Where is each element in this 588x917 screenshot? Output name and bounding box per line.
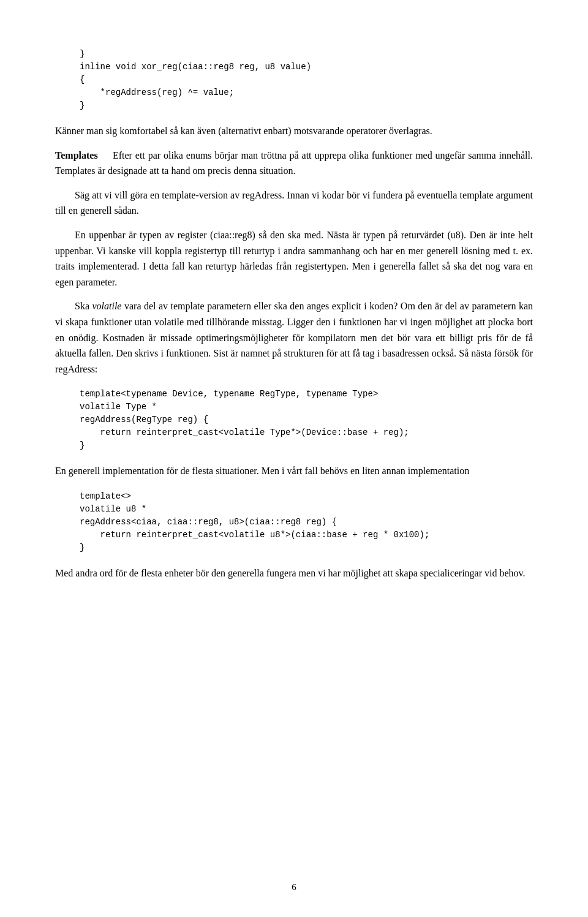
paragraph-sag-att: Säg att vi vill göra en template-version… — [55, 187, 533, 219]
paragraph-ska-volatile: Ska volatile vara del av template parame… — [55, 298, 533, 377]
templates-heading: Templates — [55, 150, 98, 160]
page-number: 6 — [0, 882, 588, 892]
page: } inline void xor_reg(ciaa::reg8 reg, u8… — [0, 0, 588, 917]
paragraph-med-andra-ord: Med andra ord för de flesta enheter bör … — [55, 565, 533, 581]
code-block-top: } inline void xor_reg(ciaa::reg8 reg, u8… — [80, 48, 533, 112]
paragraph-templates-intro: Templates Efter ett par olika enums börj… — [55, 148, 533, 179]
code-block-bottom: template<> volatile u8 * regAddress<ciaa… — [80, 490, 533, 554]
paragraph-en-generell: En generell implementation för de flesta… — [55, 463, 533, 479]
paragraph-templates-text: Efter ett par olika enums börjar man trö… — [55, 150, 533, 176]
code-block-middle: template<typename Device, typename RegTy… — [80, 388, 533, 452]
volatile-italic: volatile — [92, 301, 121, 311]
paragraph-komfortabel: Känner man sig komfortabel så kan även (… — [55, 123, 533, 139]
paragraph-en-uppenbar: En uppenbar är typen av register (ciaa::… — [55, 227, 533, 290]
